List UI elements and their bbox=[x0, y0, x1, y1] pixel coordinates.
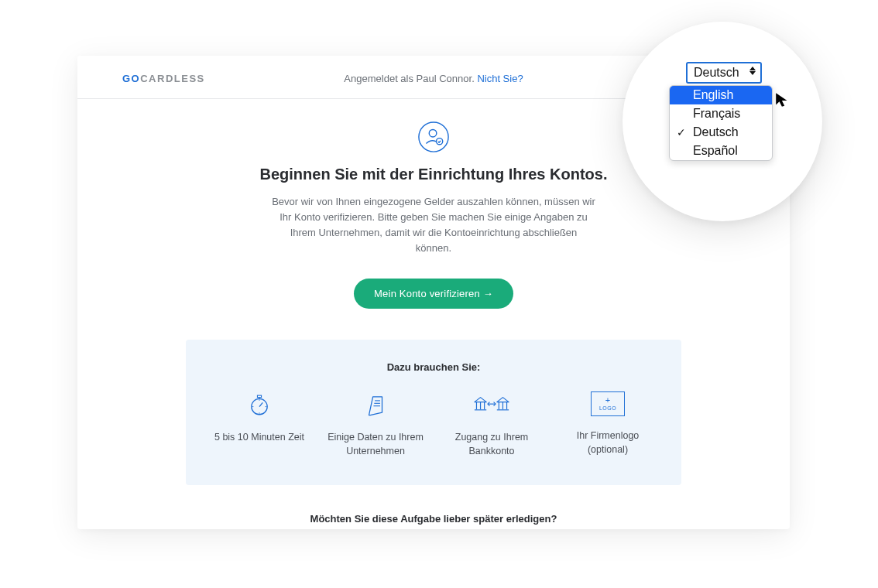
language-option-deutsch[interactable]: ✓ Deutsch bbox=[670, 123, 772, 142]
requirement-bank-label: Zugang zu Ihrem Bankkonto bbox=[440, 430, 544, 460]
svg-point-1 bbox=[429, 129, 437, 137]
language-option-label: Deutsch bbox=[693, 125, 739, 138]
requirements-panel: Dazu brauchen Sie: 5 bis 10 Minuten Zeit bbox=[186, 340, 681, 486]
requirement-time: 5 bis 10 Minuten Zeit bbox=[201, 391, 317, 460]
do-later-heading: Möchten Sie diese Aufgabe lieber später … bbox=[77, 513, 790, 525]
clipboard-icon bbox=[362, 391, 389, 418]
language-select[interactable]: Deutsch bbox=[686, 62, 762, 84]
cursor-icon bbox=[774, 91, 791, 108]
requirement-logo: + LOGO Ihr Firmenlogo (optional) bbox=[550, 391, 666, 460]
select-caret-icon bbox=[748, 67, 757, 75]
verify-account-button[interactable]: Mein Konto verifizieren → bbox=[354, 279, 513, 309]
svg-rect-4 bbox=[257, 395, 261, 398]
language-menu: English Français ✓ Deutsch Español bbox=[669, 85, 773, 161]
signed-in-user: Paul Connor bbox=[417, 73, 472, 84]
requirement-company-label: Einige Daten zu Ihrem Unternehmen bbox=[324, 430, 427, 460]
brand-logo-go: GO bbox=[122, 73, 140, 84]
requirements-heading: Dazu brauchen Sie: bbox=[201, 361, 666, 373]
logo-word: LOGO bbox=[599, 405, 616, 412]
svg-line-6 bbox=[259, 402, 262, 406]
brand-logo-rest: CARDLESS bbox=[140, 73, 205, 84]
bank-transfer-icon bbox=[471, 391, 513, 418]
logo-plus: + bbox=[605, 396, 610, 405]
requirement-time-label: 5 bis 10 Minuten Zeit bbox=[207, 430, 311, 445]
hero-body: Bevor wir von Ihnen eingezogene Gelder a… bbox=[271, 194, 596, 257]
language-option-english[interactable]: English bbox=[670, 86, 772, 104]
requirement-logo-label: Ihr Firmenlogo (optional) bbox=[556, 429, 660, 458]
hero-title: Beginnen Sie mit der Einrichtung Ihres K… bbox=[217, 166, 650, 183]
signed-in-prefix: Angemeldet als bbox=[344, 73, 416, 84]
language-option-label: Français bbox=[693, 107, 740, 120]
language-option-espanol[interactable]: Español bbox=[670, 142, 772, 160]
requirement-bank-access: Zugang zu Ihrem Bankkonto bbox=[434, 391, 550, 460]
language-zoom-callout: Deutsch English Français ✓ Deutsch Españ… bbox=[622, 22, 822, 221]
requirement-company-data: Einige Daten zu Ihrem Unternehmen bbox=[317, 391, 434, 460]
brand-logo: GOCARDLESS bbox=[122, 73, 205, 84]
stopwatch-icon bbox=[246, 391, 273, 418]
logo-placeholder-icon: + LOGO bbox=[591, 391, 625, 416]
requirements-row: 5 bis 10 Minuten Zeit Einige Daten zu Ih… bbox=[201, 391, 666, 460]
language-select-current: Deutsch bbox=[694, 66, 739, 80]
checkmark-icon: ✓ bbox=[677, 126, 686, 138]
language-option-francais[interactable]: Français bbox=[670, 104, 772, 123]
signed-in-text: Angemeldet als Paul Connor. Nicht Sie? bbox=[344, 73, 523, 84]
not-you-link[interactable]: Nicht Sie? bbox=[477, 73, 523, 84]
language-option-label: Español bbox=[693, 144, 738, 157]
language-option-label: English bbox=[693, 88, 733, 101]
user-verify-icon bbox=[417, 121, 450, 153]
